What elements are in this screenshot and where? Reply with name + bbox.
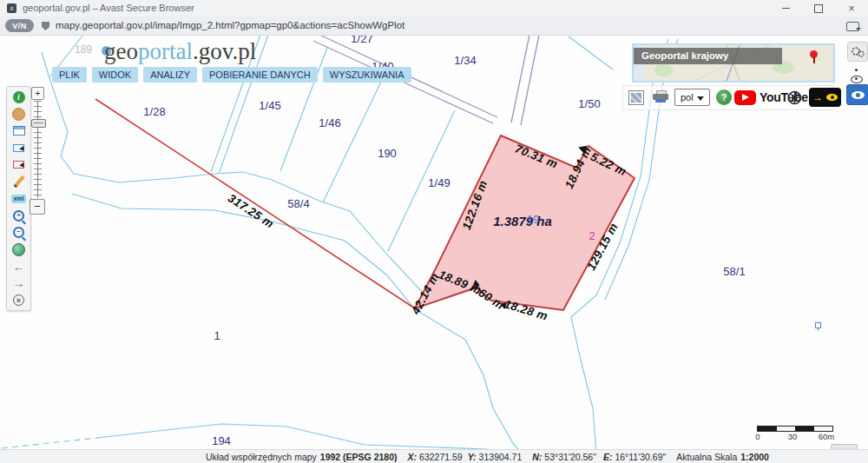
parcel-label: 19 [527, 213, 539, 226]
parcel-label: 190 [378, 147, 397, 160]
y-label: Y: [468, 452, 477, 462]
menu-plik[interactable]: PLIK [52, 67, 87, 83]
wcag-wheel-button[interactable] [786, 89, 803, 106]
parcel-label: 1/50 [578, 97, 600, 110]
xml-icon: xml [11, 195, 26, 203]
logo-portal: portal [138, 38, 193, 64]
status-bar: Układ współrzędnych mapy 1992 (EPSG 2180… [0, 449, 868, 463]
high-contrast-toggle[interactable]: → [809, 88, 841, 107]
select-rect-icon [13, 144, 24, 152]
parcel-label: 194 [212, 434, 231, 447]
close-button[interactable]: × [835, 0, 868, 17]
logo-suffix: .gov.pl [193, 38, 256, 64]
xml-export-button[interactable]: xml [10, 192, 28, 205]
minimize-icon [782, 8, 790, 9]
scale-tick-label: 0 [755, 432, 760, 441]
e-value: 16°11'30.69" [615, 452, 666, 462]
help-button[interactable]: ? [716, 89, 732, 105]
parcel-label: 2 [589, 229, 595, 242]
info-icon: i [13, 91, 25, 103]
parcel-label: 1/45 [259, 99, 280, 112]
plot-area-label: 1.3879 ha [493, 214, 552, 228]
parcel-label: 1/49 [428, 176, 450, 189]
browser-titlebar: g geoportal.gov.pl – Avast Secure Browse… [0, 0, 868, 17]
previous-view-button[interactable]: ← [10, 260, 28, 273]
logo-geo: geo [104, 38, 138, 64]
zoom-in-button[interactable]: + [31, 87, 44, 100]
address-bar[interactable]: V/N mapy.geoportal.gov.pl/imap/Imgp_2.ht… [0, 17, 868, 36]
menu-widok[interactable]: WIDOK [92, 67, 138, 83]
zoom-slider-track[interactable] [34, 101, 42, 198]
info-tool-button[interactable]: i [10, 90, 28, 103]
parcel-label: 1/28 [143, 105, 165, 118]
cancel-tool-button[interactable]: × [10, 294, 28, 307]
legend-button[interactable] [628, 90, 644, 105]
draw-tool-button[interactable] [10, 175, 28, 189]
main-menu: PLIK WIDOK ANALIZY POBIERANIE DANYCH WYS… [52, 67, 411, 83]
survey-marker-icon [815, 322, 821, 328]
zoom-out-tool-button[interactable]: − [10, 226, 28, 239]
zoom-out-button[interactable]: − [30, 199, 45, 215]
scale-tick-label: 60m [819, 432, 834, 441]
printer-icon [655, 99, 666, 103]
select-rectangle-button[interactable] [10, 142, 28, 155]
font-size-button[interactable] [855, 69, 858, 71]
menu-wyszukiwania[interactable]: WYSZUKIWANIA [323, 67, 411, 83]
map-tool-panel: i xml + − ← → × [6, 86, 31, 311]
scale-label: Aktualna Skala [676, 452, 737, 462]
x-label: X: [408, 452, 418, 462]
location-pin-icon [810, 50, 818, 58]
next-view-button[interactable]: → [10, 277, 28, 290]
crs-label: Układ współrzędnych mapy [206, 452, 317, 462]
settings-button[interactable] [847, 42, 868, 62]
send-to-device-icon[interactable] [846, 22, 859, 31]
clear-rect-icon [13, 161, 24, 169]
basemap-selector[interactable]: Geoportal krajowy [632, 43, 835, 83]
eye-icon [852, 91, 865, 99]
x-value: 632271.59 [419, 452, 463, 462]
zoom-in-tool-button[interactable]: + [10, 209, 28, 222]
vpn-badge[interactable]: V/N [5, 19, 34, 32]
scale-value: 1:2000 [740, 452, 769, 462]
contrast-arrow-icon: → [812, 92, 823, 103]
maximize-button[interactable] [802, 0, 835, 17]
zoom-out-icon: − [13, 227, 24, 238]
n-label: N: [532, 452, 542, 462]
table-icon [13, 126, 25, 136]
n-value: 53°31'20.56" [544, 452, 596, 462]
scale-bar [757, 426, 833, 432]
attribute-table-button[interactable] [10, 124, 28, 137]
parcel-label: 1 [214, 329, 220, 342]
pan-tool-button[interactable] [10, 108, 28, 121]
zoom-in-icon: + [13, 210, 24, 222]
url-text[interactable]: mapy.geoportal.gov.pl/imap/Imgp_2.html?g… [56, 20, 404, 30]
geoportal-logo[interactable]: geoportal.gov.pl [104, 38, 256, 65]
globe-icon [12, 243, 25, 256]
site-info-icon[interactable] [42, 22, 49, 30]
full-extent-button[interactable] [10, 243, 28, 256]
window-title: geoportal.gov.pl – Avast Secure Browser [23, 3, 194, 13]
wheel-icon [786, 89, 803, 106]
minimize-button[interactable] [769, 0, 802, 17]
scale-tick-label: 30 [788, 432, 798, 441]
parcel-label: 189 [75, 43, 92, 56]
crs-value: 1992 (EPSG 2180) [320, 452, 398, 462]
youtube-play-icon[interactable] [734, 90, 756, 105]
close-icon: × [848, 3, 854, 14]
hand-icon [12, 108, 25, 121]
clear-selection-button[interactable] [10, 158, 28, 171]
parcel-label: 1/46 [319, 116, 340, 129]
accessibility-view-button[interactable] [846, 84, 868, 105]
menu-pobieranie-danych[interactable]: POBIERANIE DANYCH [202, 67, 318, 83]
contrast-eye-icon [826, 94, 838, 101]
contrast-eye-icon[interactable] [851, 76, 863, 83]
print-button[interactable] [653, 90, 668, 103]
parcel-label: 1/34 [454, 54, 476, 67]
e-label: E: [603, 452, 613, 462]
menu-analizy[interactable]: ANALIZY [143, 67, 197, 83]
zoom-slider-handle[interactable] [31, 119, 46, 128]
maximize-icon [814, 4, 823, 13]
language-select[interactable]: pol [674, 89, 710, 106]
forward-arrow-icon: → [13, 277, 25, 289]
y-value: 313904.71 [479, 452, 523, 462]
